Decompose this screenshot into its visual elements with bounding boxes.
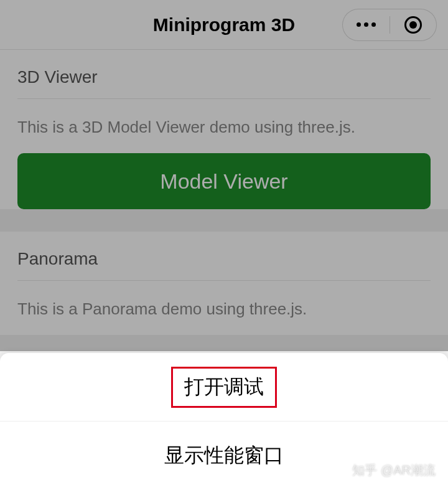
page-title: Miniprogram 3D [153,14,295,35]
section-title: 3D Viewer [17,50,431,99]
sheet-item-label: 显示性能窗口 [164,442,284,469]
navbar: Miniprogram 3D [0,0,448,50]
sheet-item-open-debug[interactable]: 打开调试 [0,353,448,422]
more-icon[interactable] [343,22,390,27]
section-panorama: Panorama This is a Panorama demo using t… [0,232,448,335]
target-icon [404,16,422,34]
model-viewer-button[interactable]: Model Viewer [17,153,431,209]
section-description: This is a 3D Model Viewer demo using thr… [0,99,448,153]
section-description: This is a Panorama demo using three.js. [0,281,448,335]
section-title: Panorama [17,232,431,281]
action-sheet: 打开调试 显示性能窗口 [0,353,448,490]
sheet-item-show-performance[interactable]: 显示性能窗口 [0,422,448,490]
section-3d-viewer: 3D Viewer This is a 3D Model Viewer demo… [0,50,448,209]
highlight-box: 打开调试 [171,367,277,408]
capsule-controls [342,9,437,41]
content-area: 3D Viewer This is a 3D Model Viewer demo… [0,50,448,335]
close-button[interactable] [390,16,437,34]
